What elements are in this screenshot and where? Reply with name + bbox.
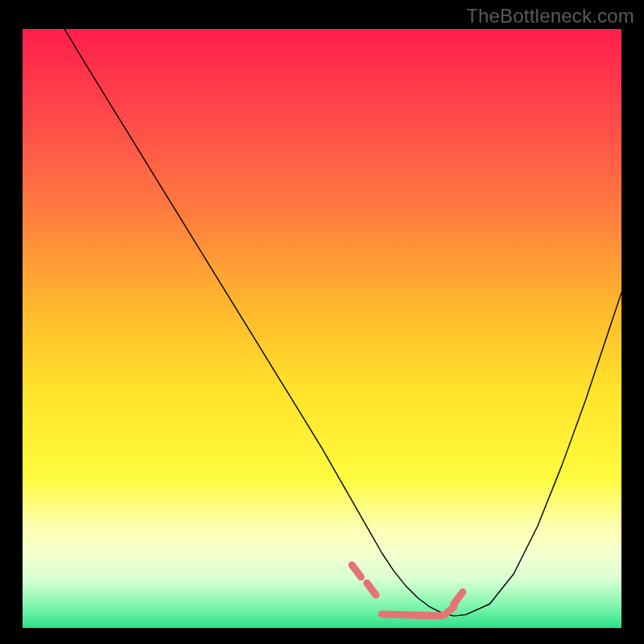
watermark-text: TheBottleneck.com — [466, 5, 634, 27]
chart-frame: TheBottleneck.com — [0, 0, 644, 644]
flat-zone-marker — [382, 614, 441, 616]
plot-area — [23, 29, 621, 628]
bottleneck-chart — [23, 29, 621, 628]
